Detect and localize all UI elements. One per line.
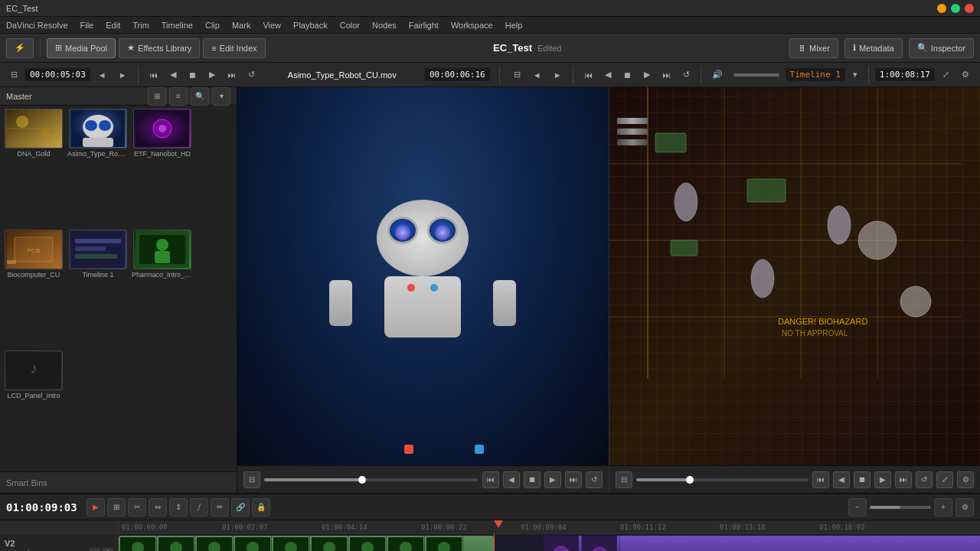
tl-stop-btn[interactable]: ⏹ — [854, 471, 871, 488]
slip-tool-btn[interactable]: ⇔ — [149, 498, 167, 517]
src-next-btn[interactable]: ⏭ — [565, 471, 582, 488]
src-rev-btn[interactable]: ◀ — [503, 471, 520, 488]
metadata-button[interactable]: ℹ Metadata — [844, 38, 903, 58]
volume-slider[interactable] — [733, 73, 779, 77]
src-prev-btn[interactable]: ⏮ — [482, 471, 499, 488]
source-screen-btn[interactable]: ⊟ — [6, 68, 22, 81]
next-marker-btn2[interactable]: ► — [549, 69, 567, 81]
menu-fairlight[interactable]: Fairlight — [409, 21, 439, 30]
list-view-btn[interactable]: ≡ — [169, 87, 188, 106]
timeline-screen-btn[interactable]: ⊟ — [509, 68, 525, 81]
zoom-in-btn[interactable]: + — [934, 498, 952, 517]
prev-frame-btn-tl[interactable]: ◀ — [600, 68, 616, 81]
menu-timeline[interactable]: Timeline — [162, 21, 193, 30]
menu-playback[interactable]: Playback — [293, 21, 328, 30]
clip-pharmaco[interactable]: Pharmaco_Intro_CHROMA — [132, 230, 193, 347]
loop-btn-tl[interactable]: ↺ — [678, 68, 694, 81]
src-screen-btn[interactable]: ⊟ — [243, 471, 260, 488]
audio-btn[interactable]: 🔊 — [707, 68, 727, 81]
smart-bins[interactable]: Smart Bins — [0, 471, 237, 493]
play-btn-tl[interactable]: ▶ — [639, 68, 655, 81]
v2-visible-btn[interactable]: 👁 — [90, 548, 100, 551]
v2-lock-btn[interactable]: 🔒 — [103, 548, 113, 551]
forward-btn-src[interactable]: ⏭ — [223, 69, 240, 81]
slide-tool-btn[interactable]: ⇕ — [169, 498, 188, 517]
clip-lcd[interactable]: ♪ LCD_Panel_Intro — [3, 350, 64, 468]
tl-next-btn[interactable]: ⏭ — [895, 471, 912, 488]
loop-btn-src[interactable]: ↺ — [243, 68, 260, 81]
rewind-btn-src[interactable]: ⏮ — [145, 69, 162, 81]
stop-btn-src[interactable]: ⏹ — [184, 69, 201, 81]
tl-fullscreen-btn[interactable]: ⤢ — [936, 471, 953, 488]
pen-tool-btn[interactable]: ✏ — [211, 498, 229, 517]
timeline-ruler[interactable]: 01:00:00:00 01:00:02:07 01:00:04:14 01:0… — [119, 520, 980, 534]
fullscreen-btn[interactable]: ⤢ — [938, 68, 954, 81]
src-play-btn[interactable]: ▶ — [544, 471, 561, 488]
prev-marker-btn[interactable]: ◄ — [93, 69, 111, 81]
trim-tool-btn[interactable]: ⊞ — [107, 498, 126, 517]
play-btn-src[interactable]: ▶ — [204, 68, 220, 81]
stop-btn-tl[interactable]: ⏹ — [619, 69, 636, 81]
prev-marker-btn2[interactable]: ◄ — [528, 69, 546, 81]
clip-dna-gold[interactable]: DNA_Gold — [3, 109, 64, 227]
tl-settings2-btn[interactable]: ⚙ — [957, 471, 974, 488]
link-tool-btn[interactable]: 🔗 — [231, 498, 250, 517]
menu-nodes[interactable]: Nodes — [372, 21, 397, 30]
menu-edit[interactable]: Edit — [106, 21, 120, 30]
search-btn[interactable]: 🔍 — [191, 87, 209, 106]
close-button[interactable] — [965, 4, 974, 13]
inspector-button[interactable]: 🔍 Inspector — [909, 38, 974, 58]
settings-btn[interactable]: ⚙ — [957, 68, 974, 81]
src-stop-btn[interactable]: ⏹ — [524, 471, 541, 488]
source-monitor[interactable] — [237, 87, 609, 465]
menu-help[interactable]: Help — [505, 21, 523, 30]
davinci-logo-btn[interactable]: ⚡ — [6, 38, 34, 58]
tl-prev-btn[interactable]: ⏮ — [812, 471, 829, 488]
forward-btn-tl[interactable]: ⏭ — [658, 69, 675, 81]
menu-workspace[interactable]: Workspace — [451, 21, 493, 30]
rewind-btn-tl[interactable]: ⏮ — [580, 69, 597, 81]
clip-etf-v2[interactable]: ETF_Nanobot_HD — [544, 536, 980, 551]
clip-bio[interactable]: PCB Biocomputer_CU — [3, 230, 64, 347]
menu-file[interactable]: File — [80, 21, 94, 30]
tl-settings-btn[interactable]: ⚙ — [956, 498, 974, 517]
prev-frame-btn-src[interactable]: ◀ — [165, 68, 181, 81]
clip-timeline1[interactable]: Timeline 1 — [67, 230, 129, 347]
tl-play-btn[interactable]: ▶ — [874, 471, 891, 488]
zoom-slider[interactable] — [870, 506, 931, 509]
menu-color[interactable]: Color — [340, 21, 360, 30]
menu-clip[interactable]: Clip — [205, 21, 220, 30]
timeline-dropdown[interactable]: ▾ — [848, 68, 862, 81]
tl-screen-btn[interactable]: ⊟ — [616, 471, 632, 488]
src-loop-btn[interactable]: ↺ — [586, 471, 603, 488]
zoom-out-btn[interactable]: − — [848, 498, 867, 517]
tl-progress-handle[interactable] — [686, 476, 694, 484]
minimize-button[interactable] — [937, 4, 946, 13]
blade-tool-btn[interactable]: ⧸ — [190, 498, 208, 517]
effects-library-button[interactable]: ★ Effects Library — [119, 38, 200, 58]
menu-davinci[interactable]: DaVinci Resolve — [6, 21, 68, 30]
filter-btn[interactable]: ▾ — [212, 87, 230, 106]
next-marker-btn[interactable]: ► — [114, 69, 132, 81]
media-pool-button[interactable]: ⊞ Media Pool — [47, 38, 116, 58]
source-progress-bar[interactable] — [264, 478, 479, 481]
lock-tool-btn[interactable]: 🔒 — [252, 498, 270, 517]
menu-view[interactable]: View — [263, 21, 281, 30]
program-monitor[interactable]: DANGER! BIOHAZARD NO TH APPROVAL — [609, 87, 981, 465]
tl-progress-bar[interactable] — [636, 478, 809, 481]
tl-rev-btn[interactable]: ◀ — [833, 471, 850, 488]
tl-loop-btn[interactable]: ↺ — [916, 471, 933, 488]
window-controls — [937, 4, 974, 13]
menu-trim[interactable]: Trim — [132, 21, 149, 30]
grid-view-btn[interactable]: ⊞ — [148, 87, 166, 106]
clip-asimo[interactable]: Asimo_Type_Robot_CU — [67, 109, 129, 227]
razor-tool-btn[interactable]: ✂ — [128, 498, 146, 517]
edit-index-button[interactable]: ≡ Edit Index — [203, 38, 265, 58]
maximize-button[interactable] — [951, 4, 960, 13]
clip-pharmaco-v2[interactable]: Pharmaco_Intro_CHROMA — [119, 536, 494, 551]
source-progress-handle[interactable] — [358, 476, 366, 484]
select-tool-btn[interactable]: ▶ — [87, 498, 105, 517]
mixer-button[interactable]: 🎚 Mixer — [789, 38, 838, 58]
menu-mark[interactable]: Mark — [232, 21, 250, 30]
clip-etf[interactable]: ETF_Nanobot_HD — [132, 109, 193, 227]
